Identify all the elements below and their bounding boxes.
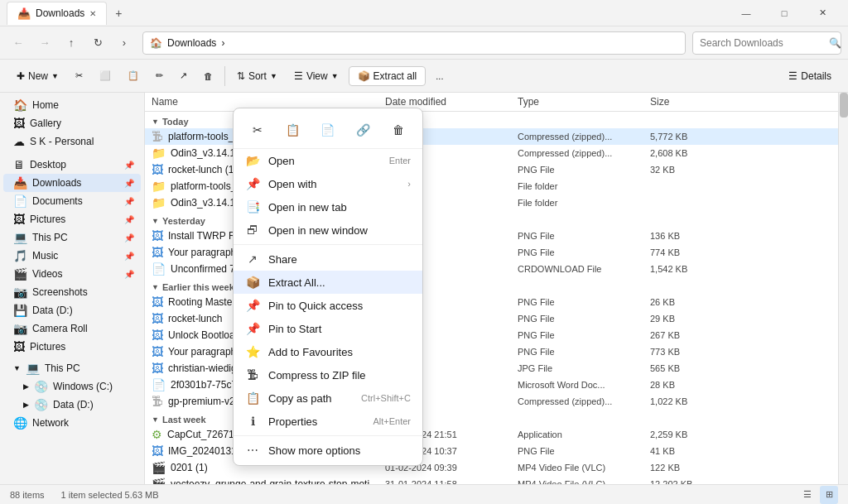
ctx-open-item[interactable]: 📂 Open Enter	[234, 149, 422, 172]
ctx-open-new-tab-item[interactable]: 📑 Open in new tab	[234, 195, 422, 218]
sidebar-label-cloud: S K - Personal	[30, 136, 94, 147]
address-bar[interactable]: 🏠 Downloads ›	[142, 31, 686, 55]
ctx-cut-button[interactable]: ✂	[244, 117, 271, 143]
sidebar-item-network[interactable]: 🌐 Network	[3, 414, 141, 432]
sidebar-item-cloud[interactable]: ☁ S K - Personal	[3, 132, 141, 151]
sidebar-item-screenshots[interactable]: 📷 Screenshots	[3, 283, 141, 301]
ctx-add-favourites-item[interactable]: ⭐ Add to Favourites	[234, 340, 422, 363]
ctx-pin-quick-access-item[interactable]: 📌 Pin to Quick access	[234, 294, 422, 317]
maximize-button[interactable]: □	[765, 0, 803, 26]
file-type: PNG File	[518, 347, 650, 357]
sidebar-item-documents[interactable]: 📄 Documents 📌	[3, 192, 141, 210]
ctx-paste-button[interactable]: 📄	[315, 117, 341, 143]
search-box[interactable]: 🔍	[692, 31, 841, 55]
sidebar-item-camera-roll[interactable]: 📷 Camera Roll	[3, 319, 141, 338]
file-type: File folder	[518, 181, 650, 191]
share-icon: ↗	[180, 70, 187, 81]
col-header-size[interactable]: Size	[650, 96, 716, 108]
sidebar-label-thispc2: This PC	[45, 362, 80, 374]
sidebar-item-windows-c[interactable]: ▶ 💿 Windows (C:)	[3, 377, 141, 396]
section-last-week-label: Last week	[162, 415, 206, 425]
cut-button[interactable]: ✂	[69, 67, 89, 84]
sidebar-item-videos[interactable]: 🎬 Videos 📌	[3, 265, 141, 283]
scrollbar[interactable]	[838, 93, 848, 484]
ctx-extract-all-label: Extract All...	[268, 276, 325, 289]
col-header-date[interactable]: Date modified	[385, 96, 518, 108]
sidebar-item-this-pc2[interactable]: ▼ 💻 This PC	[3, 359, 141, 377]
file-name: Odin3_v3.14.1	[171, 197, 235, 209]
ctx-extract-all-item[interactable]: 📦 Extract All...	[234, 271, 422, 294]
sidebar-item-this-pc[interactable]: 💻 This PC 📌	[3, 228, 141, 247]
ctx-copy-path-label: Copy as path	[268, 392, 332, 405]
ctx-properties-item[interactable]: ℹ Properties Alt+Enter	[234, 410, 422, 433]
sidebar-item-gallery[interactable]: 🖼 Gallery	[3, 114, 141, 132]
sidebar-item-pictures2[interactable]: 🖼 Pictures	[3, 338, 141, 356]
sidebar-item-music[interactable]: 🎵 Music 📌	[3, 247, 141, 265]
copy-button[interactable]: ⬜	[93, 67, 118, 84]
compress-zip-icon: 🗜	[245, 368, 260, 382]
file-type: Compressed (zipped)...	[518, 396, 650, 406]
minimize-button[interactable]: —	[727, 0, 765, 26]
ctx-pin-start-item[interactable]: 📌 Pin to Start	[234, 317, 422, 340]
forward-button[interactable]: →	[33, 31, 56, 55]
view-label: View	[306, 70, 328, 82]
new-button[interactable]: ✚ New ▼	[10, 67, 65, 85]
file-name: Odin3_v3.14.1	[171, 147, 235, 159]
paste-button[interactable]: 📋	[121, 67, 146, 84]
ctx-copy-path-shortcut: Ctrl+Shift+C	[361, 393, 411, 403]
details-button[interactable]: ☰ Details	[782, 67, 838, 85]
music-icon: 🎵	[13, 249, 27, 262]
extract-all-button[interactable]: 📦 Extract all	[349, 66, 426, 86]
open-new-window-icon: 🗗	[245, 223, 260, 237]
sidebar-item-downloads[interactable]: 📥 Downloads 📌	[3, 174, 141, 192]
cut-icon: ✂	[75, 70, 83, 81]
list-view-button[interactable]: ☰	[798, 486, 817, 504]
delete-button[interactable]: 🗑	[197, 68, 219, 84]
sidebar-item-data-d2[interactable]: ▶ 💿 Data (D:)	[3, 396, 141, 414]
sidebar-item-desktop[interactable]: 🖥 Desktop 📌	[3, 156, 141, 174]
sidebar-label-pictures2: Pictures	[30, 341, 65, 353]
search-input[interactable]	[700, 37, 824, 49]
ribbon-separator-1	[224, 66, 225, 86]
search-icon: 🔍	[829, 37, 841, 49]
cloud-icon: ☁	[13, 135, 25, 148]
sidebar-item-data-d[interactable]: 💾 Data (D:)	[3, 301, 141, 319]
ctx-delete-button[interactable]: 🗑	[385, 117, 412, 143]
ctx-open-new-window-item[interactable]: 🗗 Open in new window	[234, 218, 422, 242]
expand-button[interactable]: ›	[113, 31, 136, 55]
ctx-open-with-item[interactable]: 📌 Open with ›	[234, 172, 422, 195]
sidebar-item-home[interactable]: 🏠 Home	[3, 96, 141, 114]
ctx-copy-path-item[interactable]: 📋 Copy as path Ctrl+Shift+C	[234, 386, 422, 410]
new-tab-button[interactable]: +	[107, 2, 130, 25]
ctx-show-more-item[interactable]: ⋯ Show more options	[234, 439, 422, 462]
file-size: 28 KB	[650, 380, 716, 390]
ctx-copy-button[interactable]: 📋	[280, 117, 306, 143]
back-button[interactable]: ←	[7, 31, 30, 55]
refresh-button[interactable]: ↻	[86, 31, 109, 55]
context-menu: ✂ 📋 📄 🔗 🗑 📂 Open Enter 📌 Open with › 📑 O…	[233, 108, 423, 466]
view-button[interactable]: ☰ View ▼	[287, 67, 345, 85]
table-row[interactable]: 🎬vecteezy_grunge-and-grain-texture-stop-…	[145, 476, 838, 484]
details-view-button[interactable]: ⊞	[820, 486, 838, 504]
screenshots-icon: 📷	[13, 286, 27, 299]
ctx-compress-zip-item[interactable]: 🗜 Compress to ZIP file	[234, 363, 422, 386]
close-window-button[interactable]: ✕	[803, 0, 841, 26]
col-header-type[interactable]: Type	[518, 96, 650, 108]
ctx-show-more-label: Show more options	[268, 444, 360, 457]
ctx-share-button[interactable]: 🔗	[349, 117, 376, 143]
up-button[interactable]: ↑	[60, 31, 83, 55]
col-header-name[interactable]: Name	[145, 96, 385, 108]
sidebar-label-gallery: Gallery	[30, 118, 61, 129]
img-icon: 🖼	[152, 295, 163, 309]
img-icon: 🖼	[152, 229, 163, 242]
tab-close-button[interactable]: ✕	[89, 9, 96, 18]
file-name: vecteezy_grunge-and-grain-texture-stop-m…	[171, 478, 378, 484]
sort-button[interactable]: ⇅ Sort ▼	[230, 67, 284, 85]
rename-button[interactable]: ✏	[149, 67, 170, 84]
titlebar-tab-downloads[interactable]: 📥 Downloads ✕	[7, 2, 107, 25]
more-button[interactable]: ...	[429, 68, 450, 84]
ctx-share-item[interactable]: ↗ Share	[234, 247, 422, 271]
share-button[interactable]: ↗	[173, 67, 194, 84]
file-type: JPG File	[518, 363, 650, 373]
sidebar-item-pictures[interactable]: 🖼 Pictures 📌	[3, 210, 141, 228]
